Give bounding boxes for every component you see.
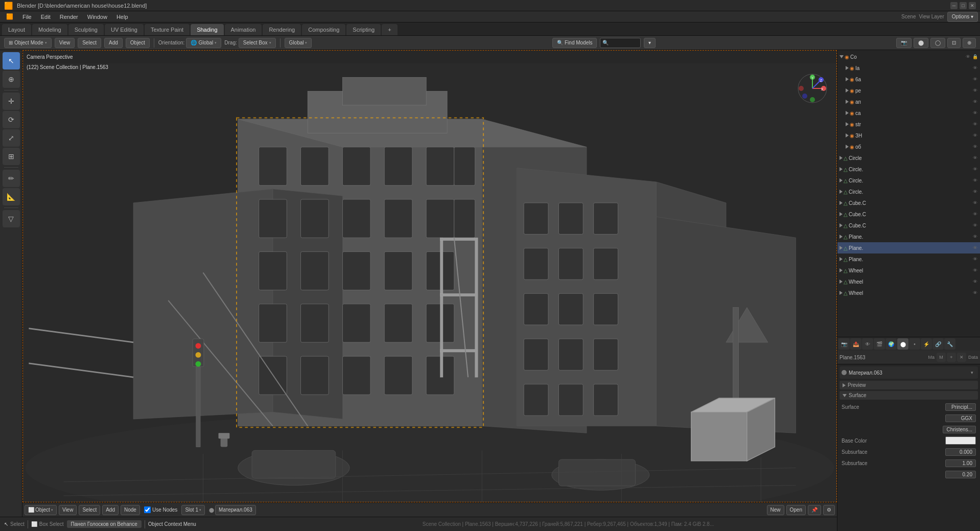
node-add-button[interactable]: Add xyxy=(102,505,119,515)
expand-icon-circle4[interactable] xyxy=(839,190,843,194)
node-extra-button[interactable]: ⚙ xyxy=(823,505,835,515)
surface-section-header[interactable]: Surface xyxy=(839,391,978,400)
viewport-canvas[interactable] xyxy=(22,63,837,517)
collection-item-str[interactable]: ◉ str 👁 xyxy=(837,119,980,130)
tab-uv-editing[interactable]: UV Editing xyxy=(105,24,144,35)
expand-icon-ia[interactable] xyxy=(846,66,849,70)
tab-texture-paint[interactable]: Texture Paint xyxy=(145,24,190,35)
expand-icon-wheel1[interactable] xyxy=(839,268,843,272)
node-open-button[interactable]: Open xyxy=(786,505,806,515)
expand-icon-str[interactable] xyxy=(846,122,849,126)
base-color-swatch[interactable] xyxy=(945,436,976,445)
props-tab-modifiers[interactable]: 🔧 xyxy=(944,338,955,350)
collection-item-plane3[interactable]: △ Plane. 👁 xyxy=(837,253,980,265)
context-menu-label[interactable]: Object Context Menu xyxy=(148,521,196,527)
props-icon-3[interactable]: ✕ xyxy=(957,353,966,362)
props-icon-2[interactable]: + xyxy=(947,353,956,362)
expand-icon-plane3[interactable] xyxy=(839,257,843,261)
tool-add[interactable]: ▽ xyxy=(3,210,20,227)
props-tab-physics[interactable]: ⚡ xyxy=(921,338,932,350)
node-new-button[interactable]: New xyxy=(767,505,784,515)
expand-icon-plane1[interactable] xyxy=(839,235,843,239)
expand-icon[interactable] xyxy=(839,55,844,58)
collection-item-wheel1[interactable]: △ Wheel 👁 xyxy=(837,265,980,276)
collection-item-circle4[interactable]: △ Circle. 👁 xyxy=(837,186,980,197)
subsurface-value[interactable]: 0.000 xyxy=(945,448,976,456)
tab-scripting[interactable]: Scripting xyxy=(346,24,381,35)
expand-icon-wheel2[interactable] xyxy=(839,280,843,284)
add-button[interactable]: Add xyxy=(104,38,123,48)
distribution-value[interactable]: GGX xyxy=(945,414,976,422)
props-tab-world[interactable]: 🌍 xyxy=(885,338,897,350)
collection-item-3n[interactable]: ◉ ЗН 👁 xyxy=(837,130,980,141)
tab-compositing[interactable]: Compositing xyxy=(302,24,345,35)
tool-rotate[interactable]: ⟳ xyxy=(3,111,20,128)
preview-expand-icon[interactable] xyxy=(843,383,846,387)
tab-shading[interactable]: Shading xyxy=(191,24,223,35)
tool-cursor[interactable]: ⊕ xyxy=(3,71,20,88)
close-button[interactable]: ✕ xyxy=(969,2,976,9)
collection-item-co[interactable]: ◉ Co 👁 🔒 xyxy=(837,51,980,62)
node-node-button[interactable]: Node xyxy=(121,505,140,515)
viewport-shading[interactable]: ⬤ xyxy=(914,38,928,48)
collection-item-6a[interactable]: ◉ 6a 👁 xyxy=(837,74,980,85)
tool-annotate[interactable]: ✏ xyxy=(3,170,20,187)
tab-animation[interactable]: Animation xyxy=(225,24,262,35)
collection-item-circle3[interactable]: △ Circle. 👁 xyxy=(837,175,980,186)
tab-sculpting[interactable]: Sculpting xyxy=(68,24,104,35)
props-tab-material[interactable]: ⬤ xyxy=(897,338,908,350)
tooltip-label[interactable]: Панел Голосков on Behance xyxy=(67,520,142,528)
menu-blender[interactable]: 🟧 xyxy=(2,12,17,21)
menu-window[interactable]: Window xyxy=(83,12,111,21)
node-view-button[interactable]: View xyxy=(59,505,77,515)
object-button[interactable]: Object xyxy=(126,38,150,48)
collection-item-cube2[interactable]: △ Cube.C 👁 xyxy=(837,209,980,220)
surface-type-value[interactable]: Principl... xyxy=(945,403,976,411)
tab-layout[interactable]: Layout xyxy=(2,24,31,35)
tool-transform[interactable]: ⊞ xyxy=(3,148,20,165)
collection-item-circle1[interactable]: △ Circle 👁 xyxy=(837,152,980,164)
props-tab-view[interactable]: 👁 xyxy=(862,338,873,350)
slot-selector[interactable]: Slot 1 ▾ xyxy=(181,505,205,515)
expand-icon-ca[interactable] xyxy=(846,111,849,115)
main-viewport[interactable]: Camera Perspective (122) Scene Collectio… xyxy=(22,50,837,517)
options-button[interactable]: Options ▾ xyxy=(947,12,978,22)
collection-item-wheel3[interactable]: △ Wheel 👁 xyxy=(837,287,980,298)
preview-section-header[interactable]: Preview xyxy=(839,381,978,389)
menu-edit[interactable]: Edit xyxy=(37,12,55,21)
expand-icon-cube2[interactable] xyxy=(839,212,843,216)
christens-value[interactable]: Christens... xyxy=(943,426,976,433)
props-tab-scene[interactable]: 🎬 xyxy=(874,338,885,350)
node-object-selector[interactable]: ⬜ Object ▾ xyxy=(25,505,57,515)
collection-item-ca[interactable]: ◉ ca 👁 xyxy=(837,107,980,119)
collection-item-ob[interactable]: ◉ об 👁 xyxy=(837,141,980,152)
expand-icon-ob[interactable] xyxy=(846,145,849,149)
expand-icon-an[interactable] xyxy=(846,100,849,104)
use-nodes-checkbox[interactable] xyxy=(144,506,151,513)
expand-icon-plane2[interactable] xyxy=(839,246,843,250)
menu-render[interactable]: Render xyxy=(56,12,82,21)
tool-measure[interactable]: 📐 xyxy=(3,188,20,205)
props-tab-particles[interactable]: • xyxy=(909,338,920,350)
collection-item-ia[interactable]: ◉ Ia 👁 xyxy=(837,62,980,74)
props-icon-1[interactable]: M xyxy=(937,353,946,362)
expand-icon-pe[interactable] xyxy=(846,88,849,93)
collection-item-an[interactable]: ◉ ап 👁 xyxy=(837,96,980,107)
subsurface2-value[interactable]: 1.00 xyxy=(945,459,976,467)
expand-icon-3n[interactable] xyxy=(846,133,849,137)
collection-item-cube1[interactable]: △ Cube.C 👁 xyxy=(837,197,980,209)
props-tab-constraints[interactable]: 🔗 xyxy=(932,338,944,350)
maximize-button[interactable]: □ xyxy=(960,2,967,9)
expand-icon-circle3[interactable] xyxy=(839,178,843,182)
props-tab-render[interactable]: 📷 xyxy=(838,338,850,350)
props-tab-output[interactable]: 📤 xyxy=(850,338,861,350)
box-select-indicator[interactable]: ⬜ Box Select xyxy=(31,521,64,527)
material-selector[interactable]: Материал.063 xyxy=(215,505,256,515)
tab-modeling[interactable]: Modeling xyxy=(32,24,67,35)
surface-expand-icon[interactable] xyxy=(843,394,847,397)
expand-icon-cube3[interactable] xyxy=(839,223,843,227)
expand-icon-circle1[interactable] xyxy=(839,156,843,160)
collection-item-cube3[interactable]: △ Cube.C 👁 xyxy=(837,220,980,231)
menu-file[interactable]: File xyxy=(18,12,36,21)
collection-item-wheel2[interactable]: △ Wheel 👁 xyxy=(837,276,980,287)
